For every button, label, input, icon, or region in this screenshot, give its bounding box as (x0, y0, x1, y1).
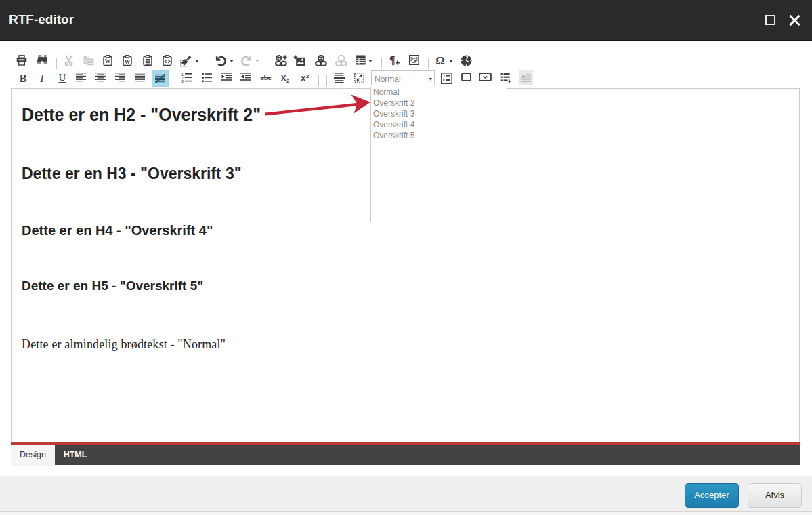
svg-text:5: 5 (412, 56, 416, 65)
svg-text:1: 1 (443, 74, 446, 78)
svg-text:A: A (521, 73, 526, 79)
svg-text:Ω: Ω (435, 55, 445, 66)
svg-text:¶: ¶ (389, 55, 396, 66)
